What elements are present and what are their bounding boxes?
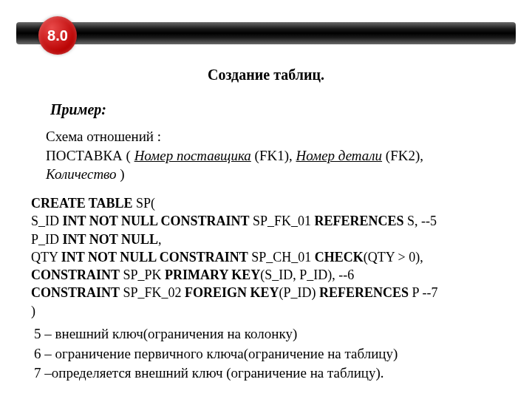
code-line-1: CREATE TABLE SP( bbox=[31, 194, 532, 212]
notes-block: 5 – внешний ключ(ограничения на колонку)… bbox=[34, 324, 532, 383]
schema-fk2: Номер детали bbox=[296, 148, 383, 163]
code-line-6: CONSTRAINT SP_FK_02 FOREIGN KEY(P_ID) RE… bbox=[31, 284, 532, 301]
note-6: 6 – ограничение первичного ключа(огранич… bbox=[34, 344, 532, 364]
schema-close: ) bbox=[117, 166, 125, 182]
schema-fk2-suffix: (FK2), bbox=[382, 148, 423, 163]
schema-block: Схема отношений : ПОСТАВКА ( Номер поста… bbox=[46, 127, 532, 184]
schema-table-name: ПОСТАВКА bbox=[46, 148, 123, 163]
schema-qty: Количество bbox=[46, 166, 117, 182]
code-line-3: P_ID INT NOT NULL, bbox=[31, 231, 532, 248]
code-line-2: S_ID INT NOT NULL CONSTRAINT SP_FK_01 RE… bbox=[31, 212, 532, 230]
code-line-4: QTY INT NOT NULL CONSTRAINT SP_CH_01 CHE… bbox=[31, 248, 532, 266]
note-7: 7 –определяется внешний ключ (ограничени… bbox=[34, 364, 532, 383]
example-label: Пример: bbox=[50, 101, 532, 118]
schema-line-2: ПОСТАВКА ( Номер поставщика (FK1), Номер… bbox=[46, 146, 532, 166]
schema-line-1: Схема отношений : bbox=[46, 127, 532, 146]
schema-line-3: Количество ) bbox=[46, 165, 532, 184]
slide-header: SQL 8.0 bbox=[0, 0, 532, 53]
schema-open: ( bbox=[123, 148, 134, 163]
sql-label: SQL bbox=[95, 6, 117, 18]
schema-fk1: Номер поставщика bbox=[134, 148, 251, 163]
code-line-5: CONSTRAINT SP_PK PRIMARY KEY(S_ID, P_ID)… bbox=[31, 266, 532, 284]
page-title: Создание таблиц. bbox=[0, 66, 532, 83]
note-5: 5 – внешний ключ(ограничения на колонку) bbox=[34, 324, 532, 344]
header-strip bbox=[16, 22, 516, 44]
sql-code: CREATE TABLE SP( S_ID INT NOT NULL CONST… bbox=[31, 194, 532, 320]
schema-fk1-suffix: (FK1), bbox=[251, 148, 296, 163]
code-line-7: ) bbox=[31, 302, 532, 320]
version-badge: 8.0 bbox=[38, 16, 77, 55]
